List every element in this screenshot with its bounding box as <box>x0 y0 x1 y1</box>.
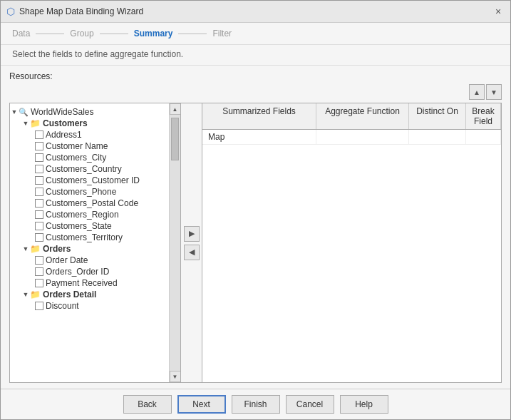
customers-toggle[interactable]: ▼ <box>21 119 30 128</box>
main-panel: ▼ 🔍 WorldWideSales ▼ 📁 Customers <box>9 103 502 383</box>
tree-item-address1[interactable]: Address1 <box>10 129 169 140</box>
help-button[interactable]: Help <box>340 395 388 414</box>
tree-container: ▼ 🔍 WorldWideSales ▼ 📁 Customers <box>10 103 180 382</box>
payment-received-label: Payment Received <box>46 278 118 288</box>
step-summary: Summary <box>134 29 173 39</box>
checkbox-discount[interactable] <box>35 302 43 310</box>
step-group: Group <box>70 29 93 39</box>
step-divider-1 <box>36 34 64 34</box>
wizard-steps: Data Group Summary Filter <box>1 23 510 45</box>
tree-item-customers[interactable]: ▼ 📁 Customers <box>10 118 169 129</box>
orders-label: Orders <box>43 244 71 254</box>
th-distinct: Distinct On <box>409 103 466 129</box>
checkbox-customers-territory[interactable] <box>35 233 43 242</box>
checkbox-customers-customer-id[interactable] <box>35 176 43 185</box>
tree-item-orders-detail[interactable]: ▼ 📁 Orders Detail <box>10 289 169 300</box>
orders-order-id-label: Orders_Order ID <box>46 267 109 277</box>
customers-customer-id-label: Customers_Customer ID <box>46 175 140 185</box>
td-break-val <box>466 130 501 144</box>
tree-item-order-date[interactable]: Order Date <box>10 255 169 266</box>
tree-item-customers-phone[interactable]: Customers_Phone <box>10 186 169 198</box>
tree-item-customers-state[interactable]: Customers_State <box>10 220 169 232</box>
checkbox-customers-region[interactable] <box>35 210 43 219</box>
scroll-up-arrow[interactable]: ▲ <box>170 103 181 115</box>
checkbox-customers-country[interactable] <box>35 165 43 173</box>
down-arrow-button[interactable]: ▼ <box>486 84 502 100</box>
tree-area[interactable]: ▼ 🔍 WorldWideSales ▼ 📁 Customers <box>10 103 169 382</box>
remove-field-button[interactable]: ◀ <box>184 245 200 260</box>
left-panel: ▼ 🔍 WorldWideSales ▼ 📁 Customers <box>10 103 181 382</box>
next-button[interactable]: Next <box>177 395 226 414</box>
tree-scrollbar[interactable]: ▲ ▼ <box>169 103 180 382</box>
right-panel: Summarized Fields Aggregate Function Dis… <box>202 103 501 382</box>
orders-detail-label: Orders Detail <box>43 290 96 299</box>
tree-item-orders-order-id[interactable]: Orders_Order ID <box>10 266 169 277</box>
th-summarized: Summarized Fields <box>202 103 316 129</box>
tree-item-orders[interactable]: ▼ 📁 Orders <box>10 243 169 255</box>
title-bar: ⬡ Shape Map Data Binding Wizard × <box>1 1 510 23</box>
orders-detail-toggle[interactable]: ▼ <box>21 290 30 299</box>
middle-arrows: ▶ ◀ <box>181 103 202 382</box>
tree-item-customers-region[interactable]: Customers_Region <box>10 209 169 220</box>
checkbox-customers-state[interactable] <box>35 222 43 230</box>
step-divider-2 <box>100 34 128 34</box>
customers-territory-label: Customers_Territory <box>46 232 123 242</box>
add-field-button[interactable]: ▶ <box>184 226 200 242</box>
cancel-button[interactable]: Cancel <box>286 395 334 414</box>
app-icon: ⬡ <box>6 6 15 17</box>
td-distinct-val <box>409 130 466 144</box>
top-arrows: ▲ ▼ <box>9 84 502 100</box>
root-toggle[interactable]: ▼ <box>10 108 19 116</box>
folder-icon-customers: 📁 <box>30 118 41 128</box>
checkbox-payment-received[interactable] <box>35 279 43 287</box>
up-arrow-button[interactable]: ▲ <box>469 84 485 100</box>
step-divider-3 <box>178 34 207 34</box>
checkbox-order-date[interactable] <box>35 256 43 265</box>
checkbox-customer-name[interactable] <box>35 142 43 150</box>
customers-label: Customers <box>43 118 88 128</box>
tree-item-customers-country[interactable]: Customers_Country <box>10 163 169 175</box>
root-label: WorldWideSales <box>31 107 93 117</box>
table-row[interactable]: Map <box>202 130 501 145</box>
orders-toggle[interactable]: ▼ <box>21 245 30 253</box>
checkbox-customers-city[interactable] <box>35 153 43 162</box>
td-map: Map <box>202 130 316 144</box>
customers-city-label: Customers_City <box>46 153 106 163</box>
step-data: Data <box>12 29 30 39</box>
tree-item-discount[interactable]: Discount <box>10 300 169 312</box>
close-button[interactable]: × <box>492 5 505 18</box>
content-area: Resources: ▲ ▼ ▼ 🔍 WorldWideSales <box>1 66 510 389</box>
checkbox-orders-order-id[interactable] <box>35 267 43 276</box>
tree-item-customers-territory[interactable]: Customers_Territory <box>10 232 169 243</box>
window-title: Shape Map Data Binding Wizard <box>19 6 143 16</box>
table-body: Map <box>202 130 501 382</box>
finish-button[interactable]: Finish <box>232 395 280 414</box>
checkbox-address1[interactable] <box>35 130 43 139</box>
customer-name-label: Customer Name <box>46 141 108 151</box>
resources-label: Resources: <box>9 71 502 81</box>
checkbox-customers-phone[interactable] <box>35 188 43 196</box>
wizard-window: ⬡ Shape Map Data Binding Wizard × Data G… <box>0 0 511 420</box>
search-icon: 🔍 <box>19 108 29 117</box>
back-button[interactable]: Back <box>123 395 172 414</box>
scroll-thumb[interactable] <box>170 115 180 371</box>
wizard-description: Select the fields to define aggregate fu… <box>1 45 510 66</box>
customers-postal-code-label: Customers_Postal Code <box>46 198 138 208</box>
discount-label: Discount <box>46 301 79 311</box>
order-date-label: Order Date <box>46 255 88 265</box>
tree-item-customers-customer-id[interactable]: Customers_Customer ID <box>10 175 169 186</box>
folder-icon-orders: 📁 <box>30 244 41 254</box>
customers-region-label: Customers_Region <box>46 210 119 220</box>
footer: Back Next Finish Cancel Help <box>1 389 510 419</box>
tree-item-customers-city[interactable]: Customers_City <box>10 152 169 163</box>
tree-item-customer-name[interactable]: Customer Name <box>10 140 169 152</box>
tree-item-payment-received[interactable]: Payment Received <box>10 277 169 289</box>
th-aggregate: Aggregate Function <box>316 103 409 129</box>
tree-root[interactable]: ▼ 🔍 WorldWideSales <box>10 106 169 118</box>
customers-country-label: Customers_Country <box>46 164 122 174</box>
scroll-thumb-inner <box>171 118 179 160</box>
customers-phone-label: Customers_Phone <box>46 187 116 197</box>
scroll-down-arrow[interactable]: ▼ <box>170 371 181 382</box>
tree-item-customers-postal-code[interactable]: Customers_Postal Code <box>10 198 169 209</box>
checkbox-customers-postal-code[interactable] <box>35 199 43 208</box>
